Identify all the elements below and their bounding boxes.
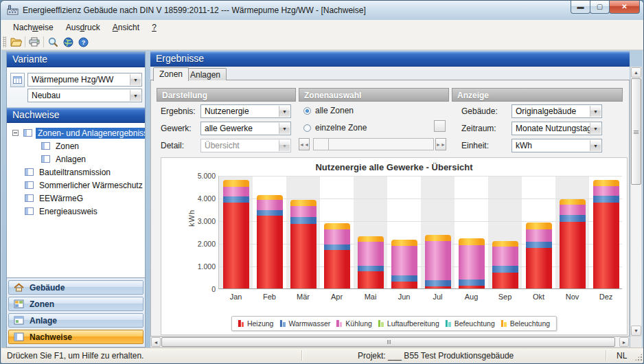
chevron-down-icon[interactable]: ▼ [130, 90, 141, 101]
bar-segment [391, 240, 417, 246]
chevron-down-icon[interactable]: ▼ [590, 106, 601, 117]
legend-item: Warmwasser [279, 319, 330, 328]
x-axis-tick: Jan [219, 293, 253, 301]
menu-nachweise[interactable]: Nachweise [7, 21, 60, 34]
zone-prev-button[interactable]: ◄◄ [299, 138, 310, 150]
bar-segment [257, 216, 283, 288]
nav-button-anlage[interactable]: Anlage [8, 313, 143, 328]
ergebnis-label: Ergebnis: [161, 106, 196, 116]
legend-swatch-icon [238, 320, 244, 327]
tree-item-zonen[interactable]: Zonen [7, 139, 145, 152]
open-folder-icon[interactable] [8, 35, 23, 49]
report-icon [41, 155, 50, 163]
app-window: Energieeffizienz Gebäude nach DIN V 1859… [0, 0, 644, 364]
zone-index-field[interactable] [313, 138, 329, 150]
bar-segment [560, 205, 586, 215]
bar-segment [560, 199, 586, 205]
tree-collapse-icon[interactable] [12, 130, 19, 136]
nav-button-zonen[interactable]: Zonen [8, 297, 143, 311]
horizontal-scrollbar-thumb[interactable] [161, 337, 615, 347]
tab-anlagen[interactable]: Anlagen [184, 68, 227, 80]
bar-segment [290, 200, 317, 206]
nav-button-gebaeude[interactable]: Gebäude [8, 280, 143, 295]
bar-segment [459, 280, 485, 286]
bar-segment [560, 215, 586, 222]
radio-icon[interactable] [303, 124, 311, 132]
menu-ansicht[interactable]: Ansicht [106, 21, 146, 34]
bar-segment [425, 235, 451, 242]
menu-help[interactable]: ? [146, 21, 163, 34]
bar-segment [425, 241, 451, 280]
search-icon[interactable] [45, 35, 60, 49]
bar-segment [593, 203, 619, 288]
radio-alle-zonen[interactable]: alle Zonen [303, 106, 354, 115]
bar-segment [459, 286, 485, 288]
radio-einzelne-zone[interactable]: einzelne Zone [303, 123, 367, 133]
x-axis-tick: Jul [421, 293, 455, 301]
vertical-scrollbar[interactable]: ▲ ▼ [630, 67, 642, 337]
legend-swatch-icon [501, 320, 507, 327]
window-title: Energieeffizienz Gebäude nach DIN V 1859… [23, 5, 366, 15]
variante-icon-button[interactable] [10, 73, 25, 87]
bar-segment [257, 200, 283, 210]
bar-segment [526, 223, 552, 229]
report-icon [25, 181, 34, 189]
einheit-select[interactable]: kWh▼ [511, 139, 602, 152]
help-icon[interactable]: ? [76, 35, 91, 49]
print-icon[interactable] [27, 35, 42, 49]
grid-icon [14, 299, 24, 308]
bar-segment [425, 280, 451, 286]
zeitraum-select[interactable]: Monate Nutzungstage▼ [511, 122, 602, 135]
chevron-down-icon[interactable]: ▼ [590, 140, 601, 151]
legend-swatch-icon [446, 320, 452, 327]
chevron-down-icon[interactable]: ▼ [590, 123, 601, 134]
tree-item-zonen-anlagenergebnisse[interactable]: Zonen- und Anlagenergebnisse [7, 126, 145, 139]
nachweise-tree: Zonen- und Anlagenergebnisse Zonen Anlag… [7, 123, 145, 278]
toolbar-grip[interactable] [3, 36, 6, 47]
bar-segment [492, 273, 518, 288]
chevron-down-icon[interactable]: ▼ [130, 74, 141, 85]
radio-icon[interactable] [303, 107, 311, 115]
tree-item-energieausweis[interactable]: Energieausweis [7, 205, 145, 218]
scroll-up-icon[interactable]: ▲ [631, 67, 641, 78]
gewerk-select[interactable]: alle Gewerke▼ [200, 122, 291, 135]
bar-segment [425, 286, 451, 288]
bar-segment [526, 242, 552, 248]
scroll-left-icon[interactable]: ◄ [151, 337, 161, 347]
nav-button-nachweise[interactable]: Nachweise [8, 330, 143, 344]
bar-segment [324, 250, 350, 288]
tree-item-sommerlicher-waermeschutz[interactable]: Sommerlicher Wärmeschutz [7, 179, 145, 192]
building-type-select[interactable]: Neubau▼ [27, 89, 142, 102]
resize-grip-icon[interactable] [634, 353, 643, 361]
zone-next-button[interactable]: ►► [435, 138, 446, 150]
tree-item-bauteiltransmission[interactable]: Bauteiltransmission [7, 166, 145, 179]
minimize-button[interactable]: ▬ [571, 1, 590, 14]
vertical-scrollbar-thumb[interactable] [631, 78, 641, 185]
y-axis-tick: 2.000 [188, 240, 216, 248]
variante-header: Variante [7, 52, 145, 67]
gewerk-label: Gewerk: [161, 124, 192, 133]
gebaeude-select[interactable]: Originalgebäude▼ [511, 104, 602, 118]
chevron-down-icon[interactable]: ▼ [279, 106, 290, 117]
horizontal-scrollbar[interactable]: ◄ ► [150, 337, 630, 348]
tree-item-eewaermeg[interactable]: EEWärmeG [7, 192, 145, 205]
scroll-right-icon[interactable]: ► [619, 337, 629, 347]
bar-segment [391, 282, 417, 288]
chevron-down-icon[interactable]: ▼ [279, 123, 290, 134]
bar-segment [223, 187, 249, 197]
zone-picker-button[interactable] [434, 120, 446, 132]
legend-swatch-icon [336, 320, 343, 327]
tab-zonen[interactable]: Zonen [153, 67, 189, 81]
bar-segment [290, 217, 317, 224]
legend-item: Befeuchtung [446, 319, 495, 328]
bar-segment [593, 180, 619, 186]
close-button[interactable]: ✕ [609, 1, 640, 14]
scroll-down-icon[interactable]: ▼ [631, 326, 641, 336]
tree-item-anlagen[interactable]: Anlagen [7, 152, 145, 166]
maximize-button[interactable]: ▢ [590, 1, 610, 14]
ergebnis-select[interactable]: Nutzenergie▼ [200, 104, 291, 118]
zone-name-field[interactable] [328, 138, 434, 150]
menu-ausdruck[interactable]: Ausdruck [60, 21, 106, 34]
globe-icon[interactable] [60, 35, 76, 49]
variant-select[interactable]: Wärmepume Hzg/WW▼ [27, 73, 142, 87]
